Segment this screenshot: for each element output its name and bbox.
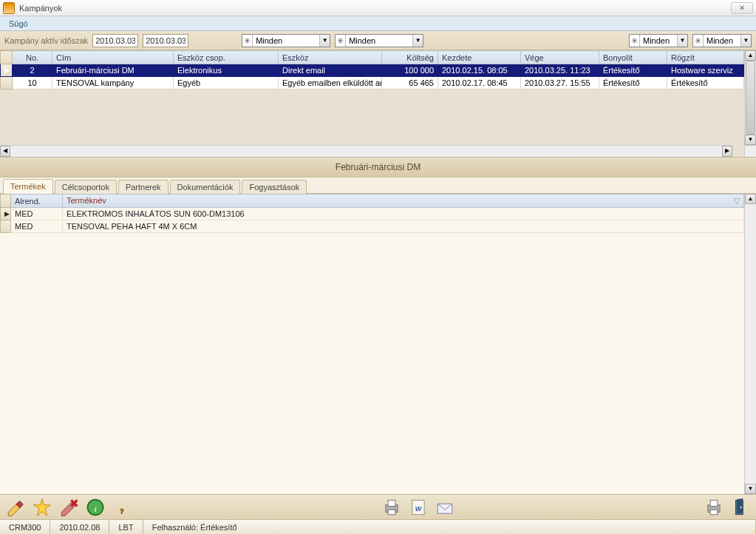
star-icon: ✳	[693, 35, 704, 47]
row-indicator	[1, 77, 13, 89]
scroll-thumb[interactable]	[746, 61, 755, 135]
cell-kezdete: 2010.02.17. 08:45	[438, 77, 521, 89]
status-user: Felhasználó: Értékesítő	[143, 520, 756, 534]
table-row[interactable]: ▶2Februári-márciusi DMElektronikusDirekt…	[1, 64, 744, 77]
word-export-button[interactable]: W	[407, 496, 429, 518]
col-eszkoz[interactable]: Eszköz	[279, 51, 382, 64]
cell-alrend: MED	[11, 208, 63, 220]
col-koltseg[interactable]: Költség	[382, 51, 438, 64]
close-button[interactable]: ✕	[731, 2, 753, 14]
cell-termeknev: ELEKTROMOS INHALÁTOS SUN 600-DM13106	[63, 208, 744, 220]
col-bonyolit[interactable]: Bonyolít	[599, 51, 667, 64]
col-cim[interactable]: Cím	[52, 51, 174, 64]
chevron-down-icon: ▼	[319, 35, 330, 47]
edit-button[interactable]	[4, 496, 27, 518]
svg-rect-17	[710, 510, 718, 515]
help-button[interactable]: ?	[111, 496, 133, 518]
col-vege[interactable]: Vége	[521, 51, 599, 64]
status-date: 2010.02.08	[50, 520, 109, 534]
cell-rogzit: Hostware szerviz	[667, 64, 744, 77]
cell-eszkcsop: Egyéb	[174, 77, 279, 89]
tab-celcsoportok[interactable]: Célcsoportok	[55, 180, 117, 194]
print-2-button[interactable]	[703, 496, 725, 518]
cell-vege: 2010.03.27. 15:55	[521, 77, 599, 89]
cell-vege: 2010.03.25. 11:23	[521, 64, 599, 77]
filter-combo-3[interactable]: ✳ Minden ▼	[629, 34, 688, 47]
cell-no: 2	[13, 64, 52, 77]
filter-combo-1-value: Minden	[253, 36, 319, 45]
table-row[interactable]: 10TENSOVAL kampányEgyébEgyéb emailben el…	[1, 77, 744, 89]
cell-eszkoz: Egyéb emailben elküldött any	[279, 77, 382, 89]
row-indicator: ▶	[1, 64, 13, 77]
scroll-down-icon[interactable]: ▼	[745, 135, 756, 145]
new-button[interactable]	[31, 496, 53, 518]
star-icon: ✳	[242, 35, 253, 47]
filter-combo-1[interactable]: ✳ Minden ▼	[242, 34, 330, 47]
svg-rect-10	[388, 500, 395, 506]
cell-cim: Februári-márciusi DM	[52, 64, 174, 77]
grid-scrollbar-vertical[interactable]: ▲ ▼	[744, 50, 756, 145]
cell-no: 10	[13, 77, 52, 89]
date-from-input[interactable]	[92, 34, 138, 47]
menubar: Súgó	[0, 16, 756, 31]
row-indicator	[1, 220, 11, 233]
star-icon: ✳	[336, 35, 346, 47]
info-button[interactable]: i	[84, 496, 106, 518]
scroll-up-icon[interactable]: ▲	[745, 194, 756, 204]
col-alrend[interactable]: Alrend.	[11, 195, 63, 208]
filter-combo-4[interactable]: ✳ Minden ▼	[692, 34, 752, 47]
tab-partnerek[interactable]: Partnerek	[118, 180, 168, 194]
col-no[interactable]: No.	[13, 51, 52, 64]
filter-combo-2[interactable]: ✳ Minden ▼	[335, 34, 423, 47]
scroll-down-icon[interactable]: ▼	[745, 484, 756, 494]
col-eszkcsop[interactable]: Eszköz csop.	[174, 51, 279, 64]
grid-scrollbar-horizontal[interactable]: ◀ ▶	[0, 145, 732, 157]
scroll-right-icon[interactable]: ▶	[722, 146, 732, 157]
col-rogzit[interactable]: Rögzít	[667, 51, 744, 64]
filter-combo-2-value: Minden	[346, 36, 412, 45]
cell-koltseg: 100 000	[382, 64, 438, 77]
svg-rect-19	[737, 498, 743, 513]
app-icon	[3, 2, 15, 14]
statusbar: CRM300 2010.02.08 LBT Felhasználó: Érték…	[0, 519, 756, 534]
filter-combo-4-value: Minden	[704, 36, 740, 45]
delete-button[interactable]	[58, 496, 80, 518]
filter-combo-3-value: Minden	[640, 36, 677, 45]
window-title: Kampányok	[19, 4, 731, 13]
cell-kezdete: 2010.02.15. 08:05	[438, 64, 521, 77]
table-row[interactable]: ▶MEDELEKTROMOS INHALÁTOS SUN 600-DM13106	[1, 208, 744, 220]
col-termeknev-label: Terméknév	[67, 196, 106, 205]
chevron-down-icon: ▼	[740, 35, 751, 47]
status-code: LBT	[109, 520, 143, 534]
exit-button[interactable]	[729, 496, 752, 518]
detail-grid: Alrend. Terméknév▽ ▶MEDELEKTROMOS INHALÁ…	[0, 194, 756, 494]
svg-point-20	[740, 506, 742, 507]
filter-label: Kampány aktív időszak	[4, 36, 88, 45]
col-termeknev[interactable]: Terméknév▽	[63, 195, 744, 208]
col-kezdete[interactable]: Kezdete	[438, 51, 521, 64]
row-indicator: ▶	[1, 208, 11, 220]
svg-rect-16	[710, 500, 718, 506]
scroll-left-icon[interactable]: ◀	[0, 146, 10, 157]
bottom-toolbar: i ? W	[0, 494, 756, 519]
cell-termeknev: TENSOVAL PEHA HAFT 4M X 6CM	[63, 220, 744, 233]
scroll-up-icon[interactable]: ▲	[745, 50, 756, 61]
cell-eszkoz: Direkt email	[279, 64, 382, 77]
detail-tabs: Termékek Célcsoportok Partnerek Dokument…	[0, 178, 756, 194]
campaign-grid: No. Cím Eszköz csop. Eszköz Költség Kezd…	[0, 50, 756, 157]
tab-dokumentaciok[interactable]: Dokumentációk	[170, 180, 241, 194]
tab-fogyasztasok[interactable]: Fogyasztások	[242, 180, 307, 194]
menu-sugo[interactable]: Súgó	[4, 18, 33, 30]
grid-corner	[1, 51, 13, 64]
cell-bonyolit: Értékesítő	[599, 64, 667, 77]
status-module: CRM300	[0, 520, 50, 534]
table-row[interactable]: MEDTENSOVAL PEHA HAFT 4M X 6CM	[1, 220, 744, 233]
detail-scrollbar-vertical[interactable]: ▲ ▼	[744, 194, 756, 494]
email-button[interactable]	[434, 496, 456, 518]
cell-cim: TENSOVAL kampány	[52, 77, 174, 89]
cell-rogzit: Értékesítő	[667, 77, 744, 89]
detail-corner	[1, 195, 11, 208]
print-button[interactable]	[381, 496, 403, 518]
tab-termekek[interactable]: Termékek	[3, 179, 53, 194]
date-to-input[interactable]	[143, 34, 188, 47]
